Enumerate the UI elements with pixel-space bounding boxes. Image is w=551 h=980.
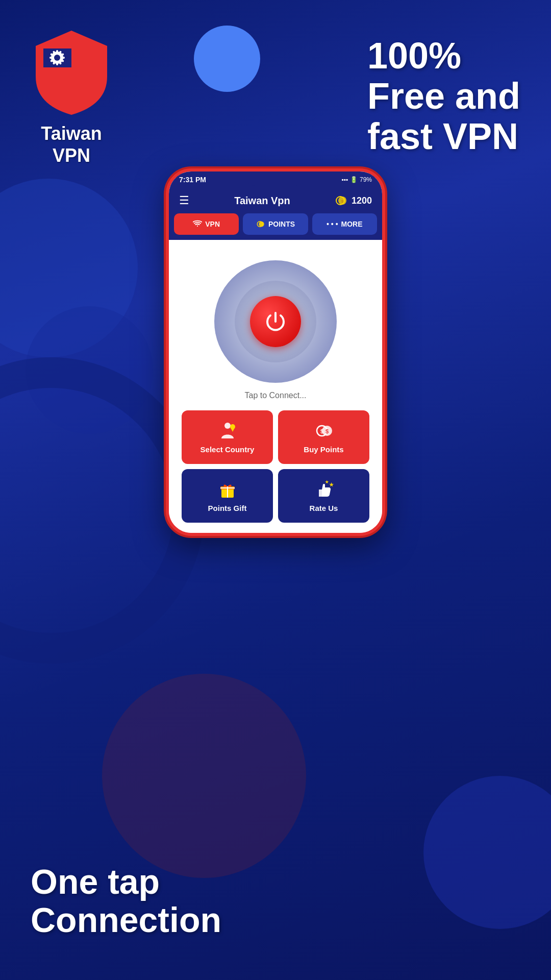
points-gift-icon [217, 479, 238, 500]
buy-points-icon: $ $ [314, 421, 334, 441]
app-title: Taiwan Vpn [234, 195, 290, 207]
svg-point-23 [224, 423, 231, 429]
shield-logo [31, 26, 112, 117]
tab-more-label: MORE [341, 220, 363, 228]
tab-vpn-label: VPN [205, 220, 220, 228]
coins-icon: $ [335, 194, 347, 207]
points-value: 1200 [352, 195, 372, 206]
points-gift-button[interactable]: Points Gift [182, 469, 273, 523]
app-name: Taiwan VPN [41, 122, 102, 166]
bg-decoration-4 [423, 776, 551, 929]
rate-us-icon: ★ ★ [314, 479, 334, 500]
signal-icon: ▪▪▪ [341, 176, 348, 183]
svg-point-19 [197, 226, 198, 227]
phone-notch [245, 172, 306, 186]
main-content: Tap to Connect... Select Country [169, 240, 382, 533]
tab-vpn[interactable]: VPN [174, 213, 239, 235]
connect-label: Tap to Connect... [245, 391, 307, 400]
svg-point-3 [54, 55, 60, 61]
battery-percent: 79% [360, 176, 372, 183]
rate-us-label: Rate Us [310, 504, 338, 512]
power-button-outer [214, 260, 337, 383]
rate-us-button[interactable]: ★ ★ Rate Us [278, 469, 369, 523]
svg-text:$: $ [341, 199, 344, 204]
phone-frame: 7:31 PM ▪▪▪ 🔋 79% ☰ Taiwan Vpn $ 1200 [166, 168, 385, 536]
select-country-label: Select Country [201, 445, 255, 454]
svg-rect-13 [49, 57, 54, 59]
phone-mockup: 7:31 PM ▪▪▪ 🔋 79% ☰ Taiwan Vpn $ 1200 [166, 168, 385, 536]
svg-text:$: $ [325, 428, 328, 434]
svg-rect-4 [56, 50, 58, 54]
tab-more[interactable]: • • • MORE [312, 213, 377, 235]
status-icons: ▪▪▪ 🔋 79% [341, 176, 372, 183]
action-grid: Select Country $ $ Buy Points [179, 410, 372, 523]
status-time: 7:31 PM [179, 176, 206, 184]
power-button[interactable] [250, 296, 301, 347]
tagline: One tap Connection [31, 863, 221, 939]
app-header: ☰ Taiwan Vpn $ 1200 [169, 188, 382, 213]
bg-decoration-3 [102, 674, 306, 878]
logo-area: Taiwan VPN [31, 26, 112, 166]
svg-text:★: ★ [329, 482, 334, 487]
points-display: $ 1200 [335, 194, 372, 207]
power-button-inner [235, 281, 316, 362]
menu-icon[interactable]: ☰ [179, 194, 189, 207]
blue-circle-decoration [194, 26, 260, 92]
points-tab-icon [256, 219, 265, 229]
buy-points-button[interactable]: $ $ Buy Points [278, 410, 369, 464]
buy-points-label: Buy Points [304, 445, 343, 454]
headline: 100% Free and fast VPN [367, 36, 520, 157]
svg-point-21 [259, 222, 264, 227]
select-country-button[interactable]: Select Country [182, 410, 273, 464]
more-dots-icon: • • • [327, 220, 338, 228]
tab-bar: VPN POINTS • • • MORE [169, 213, 382, 240]
battery-icon: 🔋 [350, 176, 358, 183]
tab-points[interactable]: POINTS [243, 213, 308, 235]
tab-points-label: POINTS [268, 220, 295, 228]
svg-text:★: ★ [325, 480, 329, 484]
svg-rect-7 [61, 57, 65, 59]
select-country-icon [217, 421, 238, 441]
power-icon [263, 309, 288, 334]
wifi-icon [193, 219, 202, 229]
points-gift-label: Points Gift [208, 504, 247, 512]
svg-rect-10 [56, 61, 58, 65]
